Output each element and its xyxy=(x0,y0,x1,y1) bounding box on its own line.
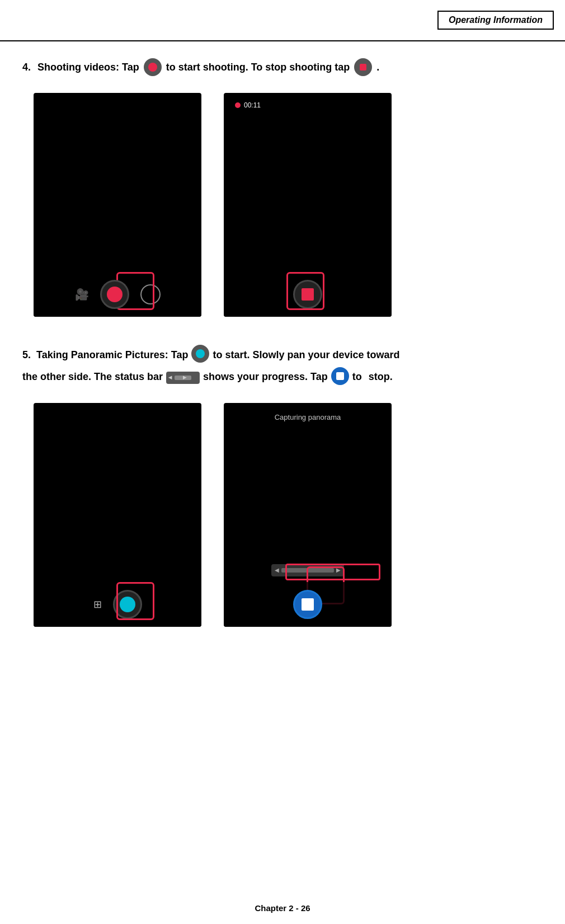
highlight-pano-btn-left xyxy=(116,582,154,620)
cam-bottom-bar-right xyxy=(224,272,392,317)
header-title: Operating Information xyxy=(437,11,554,30)
pano-stop-icon xyxy=(331,367,349,385)
record-dot xyxy=(148,63,157,72)
status-bar-progress-icon xyxy=(166,372,200,384)
footer-label: Chapter 2 - 26 xyxy=(255,903,310,913)
pano-dot xyxy=(196,349,205,358)
step-5-screenshots: ⊞ Capturing panorama ◀ ▶ xyxy=(34,403,543,627)
rec-time-display: 00:11 xyxy=(244,101,261,109)
step-4-screenshots: 🎥 00:11 xyxy=(34,93,543,317)
pano-stop-button[interactable] xyxy=(293,590,322,619)
pano-mode-icon: ⊞ xyxy=(93,598,102,611)
stop-square xyxy=(360,64,366,71)
page-footer: Chapter 2 - 26 xyxy=(0,903,565,913)
step-4: 4. Shooting videos: Tap to start shootin… xyxy=(22,58,543,317)
rec-dot-indicator xyxy=(235,102,241,108)
camera-video-icon: 🎥 xyxy=(75,288,89,301)
record-button-left[interactable] xyxy=(100,280,129,309)
highlight-stop-btn xyxy=(286,272,324,310)
step-4-text2: to start shooting. To stop shooting tap xyxy=(166,62,350,73)
pano-stop-square xyxy=(336,372,344,380)
pano-arrow-left: ◀ xyxy=(275,567,279,573)
step-5-text6: stop. xyxy=(369,368,393,386)
step-5-header: 5. Taking Panoramic Pictures: Tap to sta… xyxy=(22,345,543,386)
step-5-text1: Taking Panoramic Pictures: Tap xyxy=(36,346,188,364)
cam-bottom-bar-left: 🎥 xyxy=(34,272,201,317)
step-5-number: 5. xyxy=(22,346,31,364)
step-4-text1: Shooting videos: Tap xyxy=(37,62,139,73)
screenshot-pano-before: ⊞ xyxy=(34,403,201,627)
step-5-text4: shows your progress. Tap xyxy=(203,368,328,386)
page-header: Operating Information xyxy=(0,0,565,41)
screenshot-during-record: 00:11 xyxy=(224,93,392,317)
step-5-text5: to xyxy=(352,368,362,386)
main-content: 4. Shooting videos: Tap to start shootin… xyxy=(0,41,565,677)
record-start-icon xyxy=(144,58,162,76)
step-4-text3: . xyxy=(376,62,379,73)
screenshot-pano-capturing: Capturing panorama ◀ ▶ xyxy=(224,403,392,627)
recording-indicator: 00:11 xyxy=(230,100,265,111)
capturing-panorama-label: Capturing panorama xyxy=(224,413,392,421)
step-5-text2: to start. Slowly pan your device toward xyxy=(213,346,399,364)
record-dot-button xyxy=(107,287,123,302)
pano-bottom-bar-left: ⊞ xyxy=(34,582,201,627)
pano-start-icon xyxy=(191,345,209,363)
step-4-number: 4. xyxy=(22,62,31,73)
pano-bottom-bar-right xyxy=(224,582,392,627)
step-4-header: 4. Shooting videos: Tap to start shootin… xyxy=(22,58,543,76)
step-5-text3: the other side. The status bar xyxy=(22,368,163,386)
pano-stop-square-btn xyxy=(302,598,314,611)
record-stop-icon xyxy=(354,58,372,76)
step-5: 5. Taking Panoramic Pictures: Tap to sta… xyxy=(22,345,543,627)
screenshot-before-record: 🎥 xyxy=(34,93,201,317)
